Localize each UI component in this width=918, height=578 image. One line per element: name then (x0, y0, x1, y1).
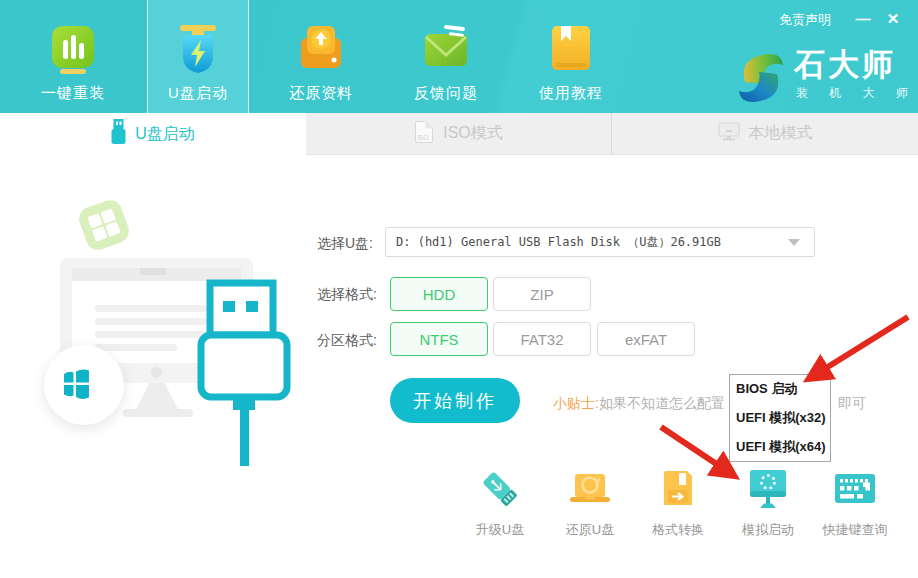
app-window: 一键重装 U盘启动 (0, 0, 918, 578)
monitor-content-line (95, 318, 207, 325)
tool-label: 快捷键查询 (823, 521, 888, 539)
format-option-hdd[interactable]: HDD (390, 277, 488, 311)
usb-select-value: D: (hd1) General USB Flash Disk （U盘）26.9… (396, 228, 721, 256)
tab-iso-mode[interactable]: ISO ISO模式 (306, 113, 612, 155)
boot-mode-popup: BIOS 启动 UEFI 模拟(x32) UEFI 模拟(x64) (729, 374, 831, 462)
partition-option-exfat[interactable]: exFAT (597, 322, 695, 356)
nav-label: 一键重装 (23, 84, 123, 103)
popup-item-bios[interactable]: BIOS 启动 (730, 375, 830, 404)
tool-simulate-boot[interactable]: 模拟启动 (722, 468, 814, 536)
monitor-icon (718, 122, 740, 145)
monitor-button-dot (151, 367, 162, 378)
windows-flag-icon (63, 367, 105, 403)
tab-label: 本地模式 (749, 123, 813, 144)
tab-bar: U盘启动 ISO ISO模式 本地模式 (0, 113, 918, 155)
partition-option-ntfs[interactable]: NTFS (390, 322, 488, 356)
simulate-boot-icon (747, 468, 789, 514)
disclaimer-link[interactable]: 免责声明 (779, 11, 831, 29)
tip-text: 小贴士:如果不知道怎么配置 (553, 395, 725, 413)
tip-body: 如果不知道怎么配置 (599, 395, 725, 411)
windows-chip-icon (76, 197, 132, 253)
close-button[interactable]: ✕ (882, 8, 904, 30)
usb-plug-illustration (195, 278, 295, 472)
nav-label: 反馈问题 (396, 84, 496, 103)
tool-restore-usb[interactable]: 还原U盘 (544, 468, 636, 536)
tab-label: U盘启动 (135, 124, 195, 145)
bar-chart-icon (50, 24, 96, 74)
format-select-label: 选择格式: (317, 286, 377, 304)
tool-upgrade-usb[interactable]: 升级U盘 (454, 468, 546, 536)
nav-label: 还原资料 (271, 84, 371, 103)
nav-label: U盘启动 (148, 84, 248, 103)
usb-shield-icon (175, 24, 221, 74)
nav-item-usb-boot[interactable]: U盘启动 (147, 0, 249, 113)
monitor-base (123, 409, 193, 417)
format-convert-icon (660, 468, 696, 514)
tool-format-convert[interactable]: 格式转换 (632, 468, 724, 536)
brand-title: 石大师 (794, 44, 896, 86)
usb-restore-icon (568, 468, 612, 514)
windows-logo-badge (44, 345, 124, 425)
hotkey-query-icon (833, 468, 877, 514)
nav-item-tutorial[interactable]: 使用教程 (521, 0, 621, 113)
monitor-content-line (95, 331, 207, 338)
monitor-topbar-tab (140, 268, 166, 275)
tab-local-mode[interactable]: 本地模式 (612, 113, 918, 155)
tab-label: ISO模式 (443, 123, 503, 144)
tab-usb-boot[interactable]: U盘启动 (0, 113, 306, 155)
nav-item-feedback[interactable]: 反馈问题 (396, 0, 496, 113)
popup-item-uefi-x64[interactable]: UEFI 模拟(x64) (730, 432, 830, 461)
tool-label: 还原U盘 (566, 521, 614, 539)
tool-hotkey-query[interactable]: 快捷键查询 (809, 468, 901, 536)
tool-label: 模拟启动 (742, 521, 794, 539)
brand-logo-icon (736, 50, 786, 110)
header: 一键重装 U盘启动 (0, 0, 918, 113)
monitor-content-line (95, 344, 177, 351)
iso-file-icon: ISO (414, 120, 434, 148)
partition-option-fat32[interactable]: FAT32 (493, 322, 591, 356)
minimize-button[interactable]: — (852, 8, 874, 30)
chevron-down-icon (788, 239, 800, 246)
usb-select-label: 选择U盘: (317, 235, 373, 253)
restore-data-icon (298, 24, 344, 74)
nav-item-one-key-reinstall[interactable]: 一键重装 (23, 0, 123, 113)
tool-label: 格式转换 (652, 521, 704, 539)
tutorial-icon (548, 24, 594, 74)
tool-label: 升级U盘 (476, 521, 524, 539)
popup-item-uefi-x32[interactable]: UEFI 模拟(x32) (730, 404, 830, 433)
svg-text:ISO: ISO (417, 134, 428, 141)
nav-label: 使用教程 (521, 84, 621, 103)
monitor-content-line (95, 305, 207, 312)
format-option-zip[interactable]: ZIP (493, 277, 591, 311)
monitor-stand (136, 383, 178, 409)
start-make-button[interactable]: 开始制作 (390, 378, 520, 423)
brand-subtitle: 装 机 大 师 (796, 85, 917, 102)
usb-select-dropdown[interactable]: D: (hd1) General USB Flash Disk （U盘）26.9… (385, 227, 815, 257)
usb-stick-icon (111, 119, 126, 149)
main-panel: 选择U盘: D: (hd1) General USB Flash Disk （U… (0, 155, 918, 578)
tip-prefix: 小贴士: (553, 395, 599, 411)
nav-item-restore-data[interactable]: 还原资料 (271, 0, 371, 113)
feedback-icon (423, 24, 469, 74)
usb-upgrade-icon (479, 468, 521, 514)
partition-select-label: 分区格式: (317, 332, 377, 350)
tip-suffix: 即可 (838, 395, 866, 413)
